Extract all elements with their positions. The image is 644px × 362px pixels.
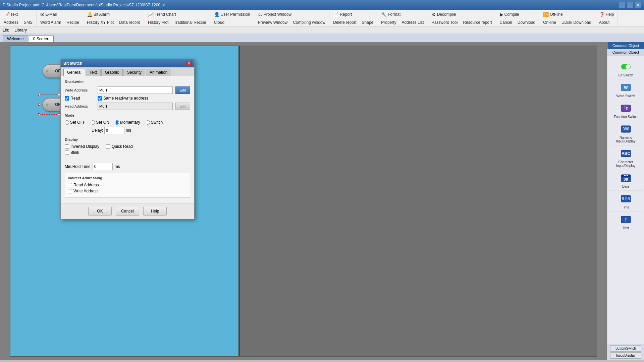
read-address-input[interactable] [98,103,173,110]
sidebar-label-function-switch: Function Switch [614,115,638,119]
dialog-tab-security[interactable]: Security [123,69,145,76]
write-address-edit-btn[interactable]: Edit [175,86,190,94]
toolbar-decompile-btn[interactable]: ⚙ Decompile [429,11,459,18]
toolbar-data-record-btn[interactable]: Data record [117,19,143,26]
toolbar-address-list-btn[interactable]: Address List [399,19,426,26]
lib-bar: Lib: Library [0,26,644,34]
toolbar-compiling-window-btn[interactable]: Compiling window [290,19,328,26]
handle-bm[interactable] [58,113,60,115]
toolbar-resource-report-btn[interactable]: Resource report [461,19,494,26]
sidebar-section-title: Common Object [607,49,644,56]
tab-screen[interactable]: 0:Screen [29,35,54,42]
quick-read-checkbox[interactable] [106,144,110,149]
help-btn[interactable]: Help [143,207,167,216]
minimize-btn[interactable]: _ [619,2,625,8]
dialog-tab-general[interactable]: General [63,69,85,76]
sidebar-btn-input-display[interactable]: Input/Display [610,352,641,359]
indirect-read-address-row: Read Address [68,183,187,187]
toolbar-user-perm-btn[interactable]: 👤 User Permission [212,11,253,18]
svg-text:T: T [625,218,627,223]
toolbar-udisk-btn[interactable]: UDisk Download [559,19,594,26]
toolbar-report-btn[interactable]: 📄 Report [331,11,354,18]
sidebar-item-date[interactable]: ▪▪▪ 09 Date [609,170,643,191]
inverted-label: Inverted Display [70,144,99,149]
sidebar-btn-button-switch[interactable]: Button/Switch [610,345,641,352]
blink-checkbox[interactable] [65,150,69,155]
toolbar-format-btn[interactable]: 🔧 Format [379,11,403,18]
toolbar-download-btn[interactable]: Download [515,19,538,26]
sidebar-title: Common Object [607,42,644,49]
sidebar-item-numeric-input[interactable]: 888 Numeric Input/Display [609,121,643,145]
toolbar-bit-alarm-btn[interactable]: 🔔 Bit Alarm [85,11,112,18]
toolbar-about-btn[interactable]: About [597,19,612,26]
dialog-tab-graphic[interactable]: Graphic [101,69,123,76]
sidebar-item-bit-switch[interactable]: Bit Switch [609,59,643,79]
cancel-btn[interactable]: Cancel [116,207,139,216]
handle-tl[interactable] [38,94,40,96]
toolbar-help-btn[interactable]: ❓ Help [597,11,616,18]
toolbar-container: 📝 Text Address SMS ✉ E-Mail [0,10,644,34]
dialog-tab-text[interactable]: Text [86,69,101,76]
inverted-display-row: Inverted Display [65,144,99,149]
offline-icon: 📴 [543,12,549,17]
close-btn[interactable]: ✕ [635,2,641,8]
svg-text:888: 888 [622,127,629,131]
toolbar-history-plot-btn[interactable]: History Plot [146,19,171,26]
char-input-icon: ABC [620,147,632,160]
toolbar-compile-btn[interactable]: ▶ Compile [497,11,522,18]
toolbar-trend-chart-btn[interactable]: 📈 Trend Chart [146,11,178,18]
indirect-write-checkbox[interactable] [68,189,72,193]
project-window-icon: 🗂 [258,12,263,17]
inverted-checkbox[interactable] [65,144,69,149]
ok-btn[interactable]: OK [88,207,112,216]
handle-tm[interactable] [58,94,60,96]
toolbar-group-alarm: 🔔 Bit Alarm History XY Plot Data record [83,10,144,26]
toolbar-email-btn[interactable]: ✉ E-Mail [38,11,59,18]
toolbar-history-xy-btn[interactable]: History XY Plot [85,19,116,26]
dialog-title: Bit switch [63,61,83,66]
toolbar-sms-btn[interactable]: SMS [21,19,35,26]
read-address-edit-btn[interactable]: Edit [175,103,190,110]
min-hold-input[interactable] [93,163,113,170]
toolbar-address-btn[interactable]: Address [1,19,21,26]
toolbar-group-email: ✉ E-Mail Word Alarm Recipe [37,10,83,26]
sidebar-label-bit-switch: Bit Switch [619,73,633,77]
toolbar-shape-btn[interactable]: Shape [360,19,376,26]
svg-text:9:56: 9:56 [622,196,630,201]
toolbar-offline-btn[interactable]: 📴 Off-line [541,11,565,18]
dialog-tab-animation[interactable]: Animation [146,69,171,76]
handle-ml[interactable] [38,104,40,106]
indirect-read-checkbox[interactable] [68,183,72,187]
handle-bl[interactable] [38,113,40,115]
toolbar-traditional-recipe-btn[interactable]: Traditional Recipe [171,19,208,26]
toolbar-project-window-btn[interactable]: 🗂 Project Window [256,11,294,18]
toolbar-delete-report-btn[interactable]: Delete report [331,19,359,26]
toolbar-property-btn[interactable]: Property [379,19,398,26]
sidebar-item-word-switch[interactable]: W Word Switch [609,79,643,100]
min-hold-row: Min.Hold Time ms [65,163,190,170]
same-address-checkbox[interactable] [98,96,102,101]
read-checkbox[interactable] [65,96,69,101]
toolbar-preview-window-btn[interactable]: Preview Window [256,19,290,26]
toolbar-password-tool-btn[interactable]: Password Tool [429,19,460,26]
delay-input[interactable] [104,127,124,134]
write-address-input[interactable] [98,86,173,94]
toolbar-cancel-btn[interactable]: Cancel [497,19,515,26]
toolbar-text-btn[interactable]: 📝 Text [1,11,20,18]
blink-label: Blink [70,150,79,155]
read-label: Read [70,96,80,101]
toolbar-cloud-btn[interactable]: Cloud [212,19,227,26]
sidebar-item-function-switch[interactable]: Fn Function Switch [609,100,643,121]
maximize-btn[interactable]: □ [627,2,633,8]
toolbar-recipe-btn[interactable]: Recipe [64,19,82,26]
sidebar-item-time[interactable]: 9:56 Time [609,191,643,212]
title-bar: PIStudio Project path:C:\Users\RealPars\… [0,0,644,10]
toolbar-word-alarm-btn[interactable]: Word Alarm [38,19,63,26]
read-address-label: Read Address [65,104,95,108]
main-area: OFF OFF [0,42,644,360]
dialog-close-btn[interactable]: ✕ [186,61,192,66]
toolbar-online-btn[interactable]: On-line [541,19,558,26]
tab-welcome[interactable]: Welcome [3,35,28,42]
sidebar-item-char-input[interactable]: ABC Character Input/Display [609,145,643,170]
sidebar-item-text[interactable]: T Text [609,212,643,232]
